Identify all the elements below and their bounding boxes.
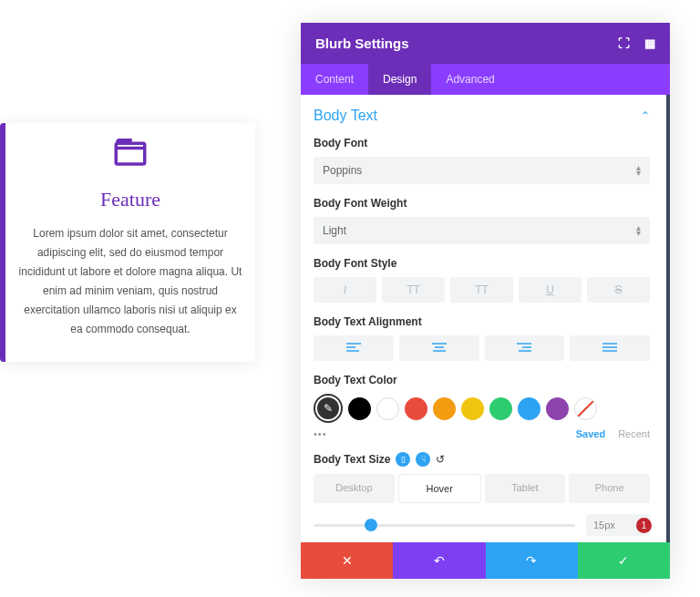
panel-tabs: Content Design Advanced (301, 64, 670, 95)
field-body-font: Body Font Poppins ▴▾ (314, 137, 650, 184)
resp-tab-desktop[interactable]: Desktop (314, 474, 395, 503)
align-justify-button[interactable] (570, 335, 650, 361)
panel-header: Blurb Settings ⛶ ▦ (301, 23, 670, 64)
undo-button[interactable]: ↶ (393, 542, 485, 579)
tab-advanced[interactable]: Advanced (431, 64, 509, 95)
more-dots-icon[interactable]: ••• (314, 428, 327, 439)
reset-icon[interactable]: ↺ (436, 453, 445, 466)
color-swatches: ✎ (314, 394, 650, 423)
color-picker-swatch[interactable]: ✎ (314, 394, 343, 423)
body-font-weight-value: Light (323, 224, 346, 237)
resp-tab-phone[interactable]: Phone (569, 474, 650, 503)
field-body-font-style: Body Font Style I TT TT U S (314, 257, 650, 303)
saved-colors-tab[interactable]: Saved (576, 428, 605, 439)
section-header-body-text[interactable]: Body Text ⌃ (314, 108, 650, 124)
responsive-tabs: Desktop Hover Tablet Phone (314, 474, 650, 503)
field-text-alignment: Body Text Alignment (314, 315, 650, 361)
redo-button[interactable]: ↷ (486, 542, 578, 579)
preview-body-text: Lorem ipsum dolor sit amet, consectetur … (5, 224, 255, 339)
text-size-label: Body Text Size (314, 453, 390, 466)
grid-icon[interactable]: ▦ (644, 36, 655, 50)
panel-body: Body Text ⌃ Body Font Poppins ▴▾ Body Fo… (301, 95, 670, 542)
resp-tab-hover[interactable]: Hover (398, 474, 481, 503)
text-size-slider-row: 15px 1 (314, 514, 650, 536)
align-center-button[interactable] (399, 335, 479, 361)
section-title: Body Text (314, 108, 377, 124)
annotation-badge-1: 1 (636, 518, 652, 533)
body-font-weight-label: Body Font Weight (314, 197, 650, 210)
panel-title: Blurb Settings (315, 36, 409, 51)
alignment-row (314, 335, 650, 361)
svg-rect-0 (116, 143, 145, 164)
underline-button[interactable]: U (519, 277, 582, 303)
preview-title: Feature (5, 188, 255, 211)
smallcaps-button[interactable]: TT (450, 277, 513, 303)
alignment-label: Body Text Alignment (314, 315, 650, 328)
phone-icon[interactable]: ▯ (396, 452, 410, 467)
text-color-label: Body Text Color (314, 374, 650, 386)
settings-panel: Blurb Settings ⛶ ▦ Content Design Advanc… (301, 23, 670, 579)
select-arrows-icon: ▴▾ (636, 165, 641, 176)
chevron-up-icon: ⌃ (641, 109, 650, 122)
resp-tab-tablet[interactable]: Tablet (485, 474, 566, 503)
tab-design[interactable]: Design (368, 64, 431, 95)
italic-button[interactable]: I (314, 277, 376, 303)
panel-header-actions: ⛶ ▦ (618, 36, 655, 50)
body-font-style-label: Body Font Style (314, 257, 650, 270)
slider-thumb[interactable] (365, 519, 377, 531)
select-arrows-icon: ▴▾ (636, 225, 641, 236)
align-left-button[interactable] (314, 335, 394, 361)
save-button[interactable]: ✓ (578, 542, 670, 579)
body-font-label: Body Font (314, 137, 650, 149)
field-text-color: Body Text Color ✎ ••• Saved Recent (314, 374, 650, 439)
color-swatch-white[interactable] (376, 397, 399, 420)
color-swatch-blue[interactable] (518, 397, 540, 420)
uppercase-button[interactable]: TT (382, 277, 445, 303)
body-font-select[interactable]: Poppins ▴▾ (314, 157, 650, 184)
color-swatch-black[interactable] (348, 397, 371, 420)
hover-icon[interactable]: ☟ (416, 452, 430, 467)
field-text-size: Body Text Size ▯ ☟ ↺ Desktop Hover Table… (314, 452, 650, 536)
color-swatch-purple[interactable] (546, 397, 569, 420)
strikethrough-button[interactable]: S (587, 277, 650, 303)
preview-card: Feature Lorem ipsum dolor sit amet, cons… (0, 123, 255, 362)
panel-footer: ✕ ↶ ↷ ✓ (301, 542, 670, 579)
color-swatch-red[interactable] (405, 397, 427, 420)
field-body-font-weight: Body Font Weight Light ▴▾ (314, 197, 650, 244)
align-right-button[interactable] (485, 335, 565, 361)
color-swatch-orange[interactable] (433, 397, 456, 420)
color-swatch-green[interactable] (489, 397, 512, 420)
font-style-row: I TT TT U S (314, 277, 650, 303)
body-font-weight-select[interactable]: Light ▴▾ (314, 217, 650, 244)
color-sub-row: ••• Saved Recent (314, 428, 650, 439)
color-swatch-yellow[interactable] (461, 397, 484, 420)
folder-icon (111, 132, 149, 174)
preview-icon-wrap (5, 123, 255, 188)
text-size-slider[interactable] (314, 524, 575, 527)
cancel-button[interactable]: ✕ (301, 542, 393, 579)
color-swatch-none[interactable] (574, 397, 597, 420)
body-font-value: Poppins (323, 164, 362, 177)
tab-content[interactable]: Content (301, 64, 368, 95)
text-size-heading: Body Text Size ▯ ☟ ↺ (314, 452, 650, 467)
expand-icon[interactable]: ⛶ (618, 36, 630, 50)
recent-colors-tab[interactable]: Recent (618, 428, 650, 439)
